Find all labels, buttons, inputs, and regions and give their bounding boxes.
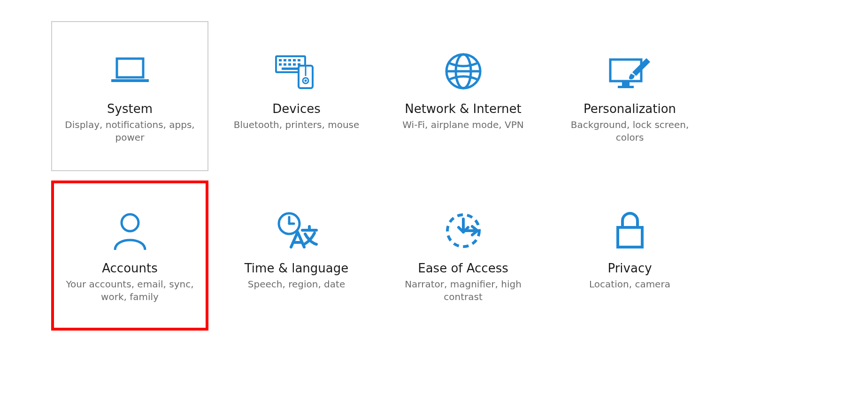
tile-title: Privacy xyxy=(607,261,652,275)
keyboard-mouse-icon xyxy=(273,45,320,97)
tile-system[interactable]: System Display, notifications, apps, pow… xyxy=(51,21,208,171)
svg-rect-23 xyxy=(618,86,634,88)
tile-title: Time & language xyxy=(245,261,348,275)
tile-accounts[interactable]: Accounts Your accounts, email, sync, wor… xyxy=(51,181,208,331)
tile-subtitle: Wi-Fi, airplane mode, VPN xyxy=(402,119,523,131)
tile-title: Ease of Access xyxy=(418,261,508,275)
svg-rect-13 xyxy=(282,68,298,70)
svg-point-24 xyxy=(122,214,138,231)
lock-icon xyxy=(613,205,647,256)
monitor-paint-icon xyxy=(607,45,653,97)
svg-rect-5 xyxy=(288,59,291,61)
tile-title: Accounts xyxy=(102,261,158,275)
tile-title: Network & Internet xyxy=(405,102,522,116)
tile-subtitle: Display, notifications, apps, power xyxy=(61,119,199,144)
svg-rect-7 xyxy=(298,59,300,61)
tile-title: Personalization xyxy=(584,102,676,116)
svg-rect-11 xyxy=(293,63,296,66)
tile-title: System xyxy=(107,102,153,116)
svg-rect-0 xyxy=(117,59,143,77)
tile-personalization[interactable]: Personalization Background, lock screen,… xyxy=(551,21,708,171)
tile-devices[interactable]: Devices Bluetooth, printers, mouse xyxy=(218,21,375,171)
settings-grid: System Display, notifications, apps, pow… xyxy=(51,21,722,331)
tile-network[interactable]: Network & Internet Wi-Fi, airplane mode,… xyxy=(384,21,542,171)
svg-rect-22 xyxy=(622,82,630,86)
tile-subtitle: Your accounts, email, sync, work, family xyxy=(61,278,199,303)
tile-subtitle: Location, camera xyxy=(589,278,670,291)
tile-ease-of-access[interactable]: Ease of Access Narrator, magnifier, high… xyxy=(384,181,542,331)
tile-subtitle: Bluetooth, printers, mouse xyxy=(234,119,360,131)
tile-subtitle: Background, lock screen, colors xyxy=(561,119,699,144)
svg-rect-1 xyxy=(111,79,149,82)
ease-of-access-icon xyxy=(442,205,484,256)
svg-rect-4 xyxy=(284,59,286,61)
tile-time-language[interactable]: Time & language Speech, region, date xyxy=(218,181,375,331)
tile-subtitle: Speech, region, date xyxy=(248,278,345,291)
globe-icon xyxy=(443,45,484,97)
tile-subtitle: Narrator, magnifier, high contrast xyxy=(394,278,532,303)
svg-rect-32 xyxy=(618,227,642,247)
clock-language-icon xyxy=(273,205,320,256)
laptop-icon xyxy=(109,45,151,97)
tile-privacy[interactable]: Privacy Location, camera xyxy=(551,181,708,331)
svg-point-17 xyxy=(304,80,307,82)
svg-rect-8 xyxy=(279,63,282,66)
person-icon xyxy=(111,205,149,256)
svg-rect-10 xyxy=(288,63,291,66)
svg-rect-3 xyxy=(279,59,282,61)
svg-rect-9 xyxy=(284,63,286,66)
tile-title: Devices xyxy=(272,102,320,116)
svg-rect-6 xyxy=(293,59,296,61)
